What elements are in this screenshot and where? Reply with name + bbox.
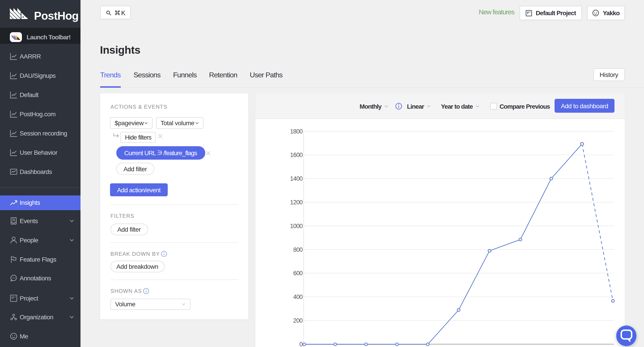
svg-text:1000: 1000 [290,223,302,230]
svg-text:400: 400 [293,294,302,300]
svg-text:1800: 1800 [290,128,302,135]
svg-text:1400: 1400 [290,175,302,182]
svg-text:800: 800 [293,246,302,253]
svg-text:600: 600 [293,270,302,276]
svg-text:1200: 1200 [290,199,302,206]
svg-text:200: 200 [293,317,302,324]
svg-text:1600: 1600 [290,152,302,158]
svg-text:0: 0 [300,341,302,347]
